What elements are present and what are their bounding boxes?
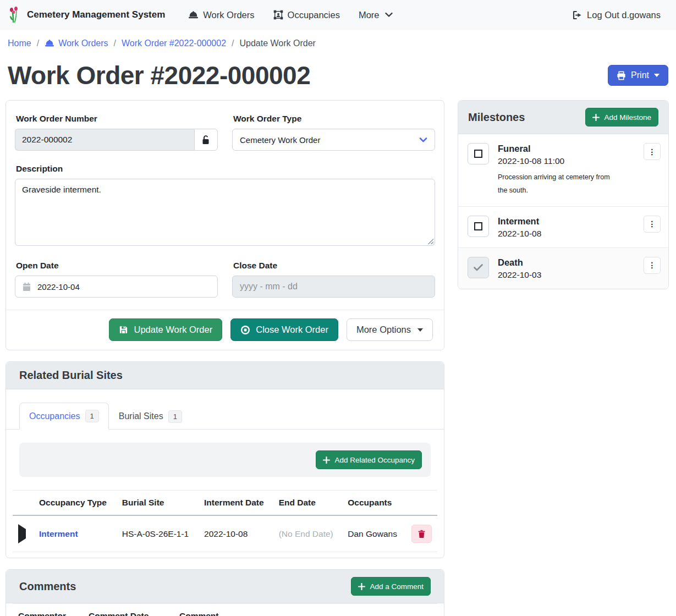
col-commentor: Commentor — [13, 604, 83, 616]
update-work-order-button[interactable]: Update Work Order — [109, 318, 222, 341]
interment-date-cell: 2022-10-08 — [199, 515, 273, 552]
breadcrumb-work-order-number[interactable]: Work Order #2022-000002 — [122, 38, 226, 48]
print-label: Print — [631, 70, 649, 80]
milestone-date: 2022-10-08 — [498, 229, 635, 239]
add-related-occupancy-label: Add Related Occupancy — [334, 456, 415, 464]
open-date-value: 2022-10-04 — [37, 282, 80, 292]
add-milestone-label: Add Milestone — [604, 113, 651, 122]
brand-title: Cemetery Management System — [27, 9, 165, 20]
comments-card: Comments Add a Comment Commentor Comment… — [6, 569, 444, 616]
work-order-form-card: Work Order Number — [6, 100, 444, 350]
nav-logout-label: Log Out d.gowans — [587, 10, 661, 20]
expand-row-icon[interactable] — [18, 524, 26, 543]
delete-occupancy-button[interactable] — [411, 525, 432, 543]
tab-burial-sites-badge: 1 — [168, 410, 182, 423]
unlock-button[interactable] — [194, 129, 218, 151]
occupant-frame-icon — [273, 10, 283, 20]
kebab-icon: ⋮ — [648, 261, 656, 270]
milestone-item-death: Death 2022-10-03 ⋮ — [458, 248, 668, 289]
hard-hat-icon — [45, 39, 54, 48]
checkbox-empty-icon — [474, 150, 482, 158]
occupancies-table: Occupancy Type Burial Site Interment Dat… — [13, 490, 437, 552]
milestones-card: Milestones Add Milestone Funeral 2022-10… — [458, 100, 669, 289]
milestone-item-funeral: Funeral 2022-10-08 11:00 Procession arri… — [458, 134, 668, 207]
work-order-number-input — [15, 129, 194, 151]
occupancies-header-row: Occupancy Type Burial Site Interment Dat… — [13, 491, 437, 516]
tab-burial-sites-label: Burial Sites — [119, 411, 163, 421]
trash-icon — [418, 530, 425, 538]
milestone-date: 2022-10-03 — [498, 270, 635, 280]
comments-header-row: Commentor Comment Date Comment — [13, 604, 437, 616]
milestone-date: 2022-10-08 11:00 — [498, 156, 635, 166]
add-milestone-button[interactable]: Add Milestone — [585, 108, 658, 127]
hard-hat-icon — [188, 10, 199, 20]
content: Work Order Number — [0, 100, 676, 616]
lock-open-icon — [201, 135, 210, 145]
plus-icon — [358, 583, 365, 590]
col-comment-date: Comment Date — [83, 604, 174, 616]
comments-header: Comments Add a Comment — [6, 570, 444, 603]
milestone-menu-button[interactable]: ⋮ — [644, 143, 661, 160]
top-navbar: Cemetery Management System Work Orders O — [0, 0, 676, 30]
related-burial-sites-title: Related Burial Sites — [19, 369, 123, 382]
chevron-down-icon — [419, 137, 427, 143]
occupancies-toolbar: Add Related Occupancy — [19, 443, 431, 477]
logout-icon — [572, 10, 582, 20]
expand-column-header — [13, 491, 34, 516]
page-head: Work Order #2022-000002 Print — [0, 56, 676, 100]
more-options-button[interactable]: More Options — [347, 318, 433, 341]
milestones-header: Milestones Add Milestone — [458, 101, 668, 134]
work-order-number-label: Work Order Number — [16, 114, 218, 124]
plus-icon — [323, 457, 330, 464]
nav-occupancies[interactable]: Occupancies — [266, 6, 348, 25]
page-title: Work Order #2022-000002 — [8, 61, 310, 90]
breadcrumb-home[interactable]: Home — [8, 38, 31, 48]
open-date-input[interactable]: 2022-10-04 — [15, 276, 218, 298]
kebab-icon: ⋮ — [648, 219, 656, 228]
main-column: Work Order Number — [6, 100, 444, 616]
checkbox-empty-icon — [474, 222, 482, 230]
milestone-menu-button[interactable]: ⋮ — [644, 216, 661, 233]
stop-circle-icon — [240, 325, 250, 335]
add-comment-label: Add a Comment — [370, 582, 424, 591]
breadcrumb-work-orders[interactable]: Work Orders — [45, 38, 108, 48]
milestone-menu-button[interactable]: ⋮ — [644, 257, 661, 274]
save-icon — [119, 325, 128, 334]
breadcrumb-separator: / — [37, 38, 39, 48]
col-comment: Comment — [174, 604, 363, 616]
milestone-checkbox-checked[interactable] — [468, 257, 489, 278]
breadcrumb-separator: / — [114, 38, 116, 48]
work-order-type-select[interactable]: Cemetery Work Order — [232, 129, 435, 151]
caret-down-icon — [654, 74, 659, 77]
add-related-occupancy-button[interactable]: Add Related Occupancy — [316, 450, 422, 469]
burial-site-cell: HS-A-0S-26E-1-1 — [117, 515, 199, 552]
caret-down-icon — [417, 328, 423, 332]
tulip-logo-icon — [8, 6, 22, 24]
occupants-cell: Dan Gowans — [342, 515, 406, 552]
breadcrumb-current: Update Work Order — [239, 38, 315, 48]
tab-burial-sites[interactable]: Burial Sites 1 — [109, 403, 192, 430]
calendar-icon — [23, 282, 31, 292]
close-work-order-button[interactable]: Close Work Order — [230, 318, 338, 341]
close-date-label: Close Date — [233, 261, 435, 271]
brand[interactable]: Cemetery Management System — [8, 6, 165, 24]
milestone-title: Death — [498, 257, 635, 268]
chevron-down-icon — [385, 12, 393, 18]
nav-logout[interactable]: Log Out d.gowans — [564, 6, 668, 25]
milestone-checkbox[interactable] — [468, 143, 489, 164]
add-comment-button[interactable]: Add a Comment — [351, 577, 431, 596]
description-textarea[interactable]: Graveside interment. — [15, 179, 435, 246]
nav-more[interactable]: More — [351, 6, 400, 25]
tab-occupancies[interactable]: Occupancies 1 — [19, 403, 109, 430]
print-button[interactable]: Print — [608, 65, 668, 86]
milestone-item-interment: Interment 2022-10-08 ⋮ — [458, 207, 668, 248]
milestone-checkbox[interactable] — [468, 216, 489, 237]
form-footer: Update Work Order Close Work Order More … — [6, 310, 444, 350]
nav-occupancies-label: Occupancies — [288, 10, 340, 20]
nav-work-orders[interactable]: Work Orders — [180, 6, 262, 25]
occupancy-type-link[interactable]: Interment — [39, 529, 78, 538]
update-work-order-label: Update Work Order — [134, 324, 212, 335]
close-date-input[interactable]: yyyy - mm - dd — [232, 276, 435, 298]
col-occupants: Occupants — [342, 491, 406, 516]
col-actions — [406, 491, 437, 516]
